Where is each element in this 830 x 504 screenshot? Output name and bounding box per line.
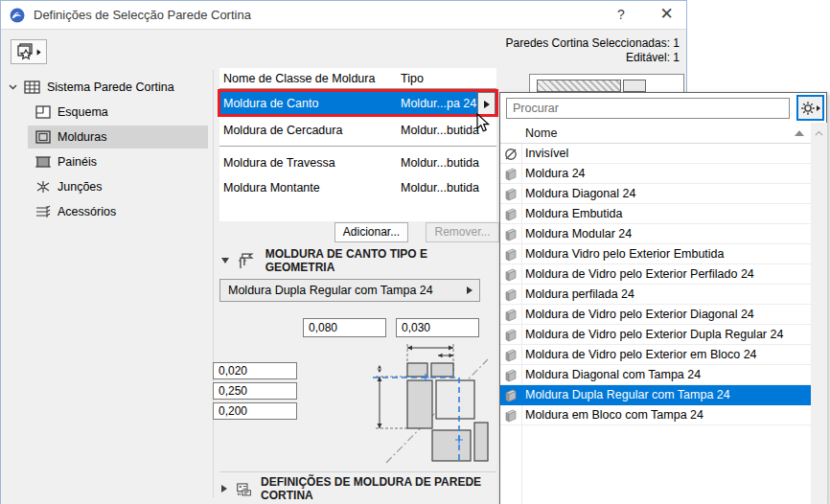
list-item-label: Moldura de Vidro pelo Exterior Diagonal … (525, 305, 754, 325)
frame-3d-icon (503, 267, 519, 283)
depth-c-field[interactable] (213, 402, 297, 420)
list-item[interactable]: Moldura de Vidro pelo Exterior Diagonal … (500, 305, 811, 325)
cell-name: Moldura de Cercadura (223, 118, 342, 143)
cell-type: Moldur...pa 24 (401, 91, 476, 116)
list-item[interactable]: Moldura Modular 24 (500, 224, 811, 244)
list-item-invisivel[interactable]: Invisível (500, 144, 811, 164)
list-item[interactable]: Moldura 24 (500, 164, 811, 184)
sidebar-item-sistema-parede-cortina[interactable]: Sistema Parede Cortina (9, 76, 208, 99)
curtain-wall-system-icon (24, 80, 40, 94)
list-item[interactable]: Moldura Vidro pelo Exterior Embutida (500, 244, 811, 264)
settings-button[interactable] (796, 95, 824, 121)
invisible-icon (503, 147, 519, 162)
frame-3d-icon (503, 287, 519, 303)
list-item[interactable]: Moldura Dupla Regular com Tampa 24 (500, 385, 811, 405)
list-item-label: Moldura em Bloco com Tampa 24 (525, 405, 703, 425)
corner-frame-icon (238, 253, 257, 269)
scheme-icon (35, 105, 51, 119)
list-item-label: Moldura 24 (525, 164, 586, 184)
sidebar-item-molduras[interactable]: Molduras (28, 126, 208, 149)
flyout-arrow-icon (484, 101, 490, 108)
archicad-logo-icon (10, 8, 25, 23)
sidebar-item-acessorios[interactable]: Acessórios (28, 200, 208, 223)
popup-scrollbar[interactable] (811, 123, 827, 504)
table-group-separator (219, 146, 496, 147)
table-row-moldura-de-canto[interactable]: Moldura de Canto Moldur...pa 24 (219, 91, 496, 117)
column-header-nome: Nome (525, 123, 557, 144)
add-button[interactable]: Adicionar... (334, 222, 408, 242)
list-item-label: Moldura de Vidro pelo Exterior em Bloco … (525, 345, 757, 365)
scroll-up-icon (815, 130, 823, 136)
favorites-star-icon (16, 43, 41, 60)
section-header-frame-settings[interactable]: DEFINIÇÕES DE MOLDURA DE PAREDE CORTINA (221, 476, 496, 501)
dialog-title: Definições de Selecção Parede Cortina (34, 1, 251, 30)
sidebar-item-label: Acessórios (58, 205, 116, 218)
frame-settings-icon (236, 481, 252, 497)
list-item[interactable]: Moldura de Vidro pelo Exterior em Bloco … (500, 345, 811, 365)
section-header-corner-frame-geometry[interactable]: MOLDURA DE CANTO TIPO E GEOMETRIA (221, 248, 496, 273)
table-row-moldura-de-cercadura[interactable]: Moldura de Cercadura Moldur...butida (219, 118, 496, 143)
close-button[interactable]: ✕ (647, 1, 686, 29)
list-item[interactable]: Moldura Embutida (500, 204, 811, 224)
sidebar-item-label: Molduras (58, 130, 106, 144)
remove-button[interactable]: Remover... (426, 222, 499, 242)
junctions-icon (35, 180, 51, 194)
type-flyout-button[interactable] (477, 92, 496, 116)
table-row-moldura-de-travessa[interactable]: Moldura de Travessa Moldur...butida (219, 150, 496, 175)
frame-3d-icon (503, 408, 519, 424)
list-item[interactable]: Moldura de Vidro pelo Exterior Perfilado… (500, 264, 811, 285)
frame-3d-icon (503, 388, 519, 403)
table-row-moldura-montante[interactable]: Moldura Montante Moldur...butida (219, 175, 496, 200)
screenshot-stage: Definições de Selecção Parede Cortina ? … (0, 0, 830, 504)
cell-name: Moldura de Canto (223, 91, 318, 116)
frame-3d-icon (503, 247, 519, 263)
frame-3d-icon (503, 227, 519, 242)
column-header-type[interactable]: Tipo (401, 68, 424, 89)
search-input[interactable] (506, 98, 790, 119)
frame-3d-icon (503, 328, 519, 343)
column-header-name[interactable]: Nome de Classe de Moldura (223, 68, 375, 89)
frame-type-popup: Nome Invisível Moldura 24Moldura Diagona… (499, 92, 827, 504)
selection-info: Paredes Cortina Seleccionadas: 1 Editáve… (506, 36, 680, 65)
list-item-label: Moldura Embutida (525, 204, 622, 224)
depth-a-field[interactable] (213, 362, 297, 379)
list-item[interactable]: Moldura Diagonal 24 (500, 184, 811, 204)
section-separator (219, 471, 496, 472)
width-a-field[interactable] (303, 318, 386, 337)
help-button[interactable]: ? (603, 1, 639, 29)
frame-3d-icon (503, 348, 519, 363)
list-item-label: Moldura perfilada 24 (525, 285, 634, 305)
dropdown-arrow-icon (467, 286, 473, 294)
section-title: MOLDURA DE CANTO TIPO E GEOMETRIA (265, 247, 496, 274)
frame-classes-table: Nome de Classe de Moldura Tipo Moldura d… (219, 68, 496, 221)
list-item[interactable]: Moldura em Bloco com Tampa 24 (500, 405, 811, 425)
sidebar-item-paineis[interactable]: Painéis (28, 150, 208, 173)
list-item-label: Moldura Modular 24 (525, 224, 632, 244)
favorites-button[interactable] (11, 39, 47, 64)
frame-3d-icon (503, 167, 519, 182)
sidebar-item-esquema[interactable]: Esquema (28, 101, 208, 124)
frames-icon (35, 130, 51, 144)
corner-geometry-diagram (367, 338, 494, 465)
frame-3d-icon (503, 187, 519, 202)
frame-type-dropdown[interactable]: Moldura Dupla Regular com Tampa 24 (219, 279, 480, 302)
accessories-icon (35, 205, 51, 218)
sidebar-item-juncoes[interactable]: Junções (28, 175, 208, 198)
popup-column-header[interactable]: Nome (500, 123, 811, 144)
list-item-label: Moldura Vidro pelo Exterior Embutida (525, 244, 725, 264)
sort-ascending-icon (795, 130, 804, 136)
cell-type: Moldur...butida (401, 150, 479, 175)
table-header[interactable]: Nome de Classe de Moldura Tipo (219, 68, 496, 89)
depth-b-field[interactable] (213, 382, 297, 400)
list-item[interactable]: Moldura perfilada 24 (500, 285, 811, 305)
title-bar[interactable]: Definições de Selecção Parede Cortina ? … (1, 1, 686, 30)
collapse-arrow-icon (221, 258, 229, 263)
cell-type: Moldur...butida (401, 118, 479, 143)
width-b-field[interactable] (396, 318, 479, 337)
list-item[interactable]: Moldura Diagonal com Tampa 24 (500, 365, 811, 385)
cell-name: Moldura de Travessa (223, 150, 335, 175)
expand-arrow-icon (221, 485, 227, 493)
list-item-label: Moldura Dupla Regular com Tampa 24 (525, 385, 730, 405)
list-item[interactable]: Moldura de Vidro pelo Exterior Dupla Reg… (500, 325, 811, 345)
cell-type: Moldur...butida (401, 175, 479, 200)
